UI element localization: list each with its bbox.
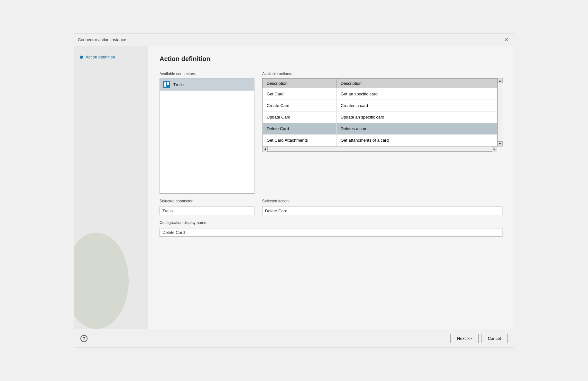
action-name: Delete Card (263, 123, 337, 135)
config-name-row: Configuration display name: (160, 220, 502, 237)
next-button[interactable]: Next >> (450, 334, 479, 343)
selected-action-label: Selected action: (262, 199, 502, 203)
connectors-section: Available connectors: Trello (160, 72, 254, 194)
action-name: Create Card (263, 100, 337, 111)
action-desc: Get an specific card (337, 88, 497, 100)
actions-table-wrapper: Description Description Get Card Get an … (262, 78, 502, 152)
connector-name: Trello (173, 82, 184, 87)
scroll-up-arrow[interactable]: ▲ (498, 78, 503, 83)
config-display-name-input[interactable] (160, 228, 502, 237)
sidebar-bullet (80, 56, 83, 59)
scroll-down-arrow[interactable]: ▼ (498, 141, 503, 146)
sidebar: Action definition (74, 46, 148, 329)
table-vertical-scrollbar[interactable]: ▲ ▼ (497, 78, 502, 146)
available-connectors-label: Available connectors: (160, 72, 254, 76)
trello-icon (163, 81, 170, 88)
sidebar-decoration (74, 233, 129, 329)
table-row[interactable]: Update Card Update an specific card (263, 111, 497, 123)
config-display-name-group: Configuration display name: (160, 220, 502, 237)
table-horizontal-scrollbar[interactable]: ◄ ► (262, 146, 497, 152)
selected-connector-group: Selected connector: (160, 199, 254, 215)
connector-trello[interactable]: Trello (160, 78, 254, 91)
action-name: Get Card (263, 88, 337, 100)
actions-section: Available actions: Description Descripti… (262, 72, 502, 194)
scroll-right-arrow[interactable]: ► (492, 146, 497, 152)
action-desc: Creates a card (337, 100, 497, 111)
table-row[interactable]: Get Card Attachments Get attahcments of … (263, 135, 497, 146)
selected-row: Selected connector: Selected action: (160, 199, 502, 215)
action-name: Get Card Attachments (263, 135, 337, 146)
page-title: Action definition (160, 55, 502, 63)
cancel-button[interactable]: Cancel (481, 334, 508, 343)
col-header-desc: Description (337, 79, 497, 88)
table-header-row: Description Description (263, 79, 497, 88)
sidebar-item-action-definition[interactable]: Action definition (77, 53, 144, 61)
selected-action-input[interactable] (262, 207, 502, 215)
trello-bar-right (167, 82, 169, 85)
main-content: Action definition Available connectors: (148, 46, 514, 329)
table-row[interactable]: Get Card Get an specific card (263, 88, 497, 100)
close-button[interactable]: ✕ (502, 36, 510, 43)
selected-connector-input[interactable] (160, 207, 254, 215)
dialog-body: Action definition Action definition Avai… (74, 46, 514, 329)
footer-left: ? (80, 335, 87, 342)
action-desc: Deletes a card (337, 123, 497, 135)
dialog-footer: ? Next >> Cancel (74, 329, 514, 348)
col-header-name: Description (263, 79, 337, 88)
action-desc: Update an specific card (337, 111, 497, 123)
available-actions-label: Available actions: (262, 72, 502, 76)
scroll-track (268, 146, 492, 151)
dialog-title: Connector action instance (78, 37, 126, 42)
connectors-list[interactable]: Trello (160, 78, 254, 194)
title-bar: Connector action instance ✕ (74, 33, 514, 46)
help-icon[interactable]: ? (80, 335, 87, 342)
table-row[interactable]: Delete Card Deletes a card (263, 123, 497, 135)
trello-bar-left (164, 82, 166, 87)
actions-table-container: Description Description Get Card Get an … (262, 78, 497, 146)
action-desc: Get attahcments of a card (337, 135, 497, 146)
scroll-left-arrow[interactable]: ◄ (262, 146, 268, 152)
top-section: Available connectors: Trello (160, 72, 502, 194)
selected-connector-label: Selected connector: (160, 199, 254, 203)
trello-icon-inner (164, 82, 169, 87)
config-display-name-label: Configuration display name: (160, 220, 502, 225)
actions-table: Description Description Get Card Get an … (262, 78, 497, 146)
action-name: Update Card (263, 111, 337, 123)
sidebar-item-label: Action definition (86, 55, 115, 59)
table-row[interactable]: Create Card Creates a card (263, 100, 497, 111)
selected-action-group: Selected action: (262, 199, 502, 215)
